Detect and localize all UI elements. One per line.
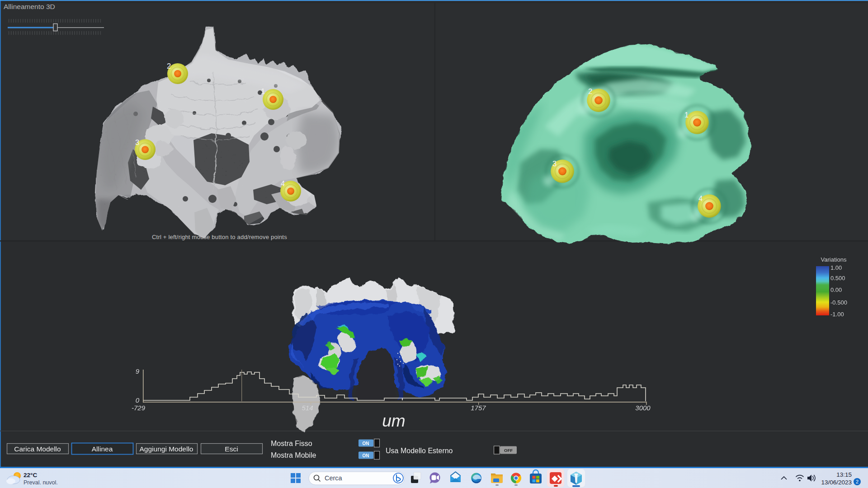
svg-text:-0.500: -0.500 bbox=[830, 299, 847, 306]
svg-text:-729: -729 bbox=[132, 404, 146, 412]
svg-text:3000: 3000 bbox=[635, 404, 651, 412]
svg-text:Variations: Variations bbox=[821, 256, 847, 263]
svg-text:Esci: Esci bbox=[225, 445, 238, 453]
svg-text:13:15: 13:15 bbox=[836, 471, 852, 478]
svg-text:0: 0 bbox=[136, 396, 140, 404]
svg-text:ON: ON bbox=[363, 441, 369, 446]
svg-text:9: 9 bbox=[136, 367, 140, 375]
svg-text:Preval. nuvol.: Preval. nuvol. bbox=[24, 479, 58, 486]
svg-text:1.00: 1.00 bbox=[830, 264, 842, 271]
svg-text:3: 3 bbox=[135, 138, 139, 146]
svg-text:0.00: 0.00 bbox=[830, 286, 842, 293]
svg-text:1757: 1757 bbox=[471, 404, 486, 412]
svg-text:1: 1 bbox=[261, 87, 265, 95]
svg-text:-1.00: -1.00 bbox=[830, 311, 844, 318]
svg-text:OFF: OFF bbox=[504, 448, 513, 453]
svg-text:4: 4 bbox=[698, 194, 703, 202]
svg-text:Allinea: Allinea bbox=[92, 445, 113, 453]
svg-text:22°C: 22°C bbox=[24, 472, 37, 479]
svg-text:2: 2 bbox=[167, 62, 171, 70]
svg-text:Aggiungi Modello: Aggiungi Modello bbox=[140, 445, 193, 453]
svg-text:Allineamento 3D: Allineamento 3D bbox=[4, 3, 55, 10]
svg-text:Carica Modello: Carica Modello bbox=[14, 445, 61, 453]
svg-text:um: um bbox=[382, 412, 405, 430]
svg-text:Ctrl + left/right mouse button: Ctrl + left/right mouse button to add/re… bbox=[152, 234, 287, 240]
svg-text:3: 3 bbox=[552, 160, 557, 168]
svg-text:13/06/2023: 13/06/2023 bbox=[821, 479, 852, 486]
svg-text:Mostra Fisso: Mostra Fisso bbox=[271, 440, 312, 447]
svg-text:ON: ON bbox=[363, 453, 369, 458]
svg-text:4: 4 bbox=[281, 179, 285, 188]
svg-text:Usa Modello Esterno: Usa Modello Esterno bbox=[386, 447, 453, 455]
svg-text:1: 1 bbox=[684, 111, 689, 119]
svg-text:2: 2 bbox=[856, 479, 859, 484]
svg-text:514: 514 bbox=[302, 404, 313, 412]
svg-text:0.500: 0.500 bbox=[830, 275, 845, 282]
svg-text:Mostra Mobile: Mostra Mobile bbox=[271, 451, 316, 459]
svg-text:2: 2 bbox=[588, 87, 592, 95]
svg-text:Cerca: Cerca bbox=[325, 474, 343, 482]
